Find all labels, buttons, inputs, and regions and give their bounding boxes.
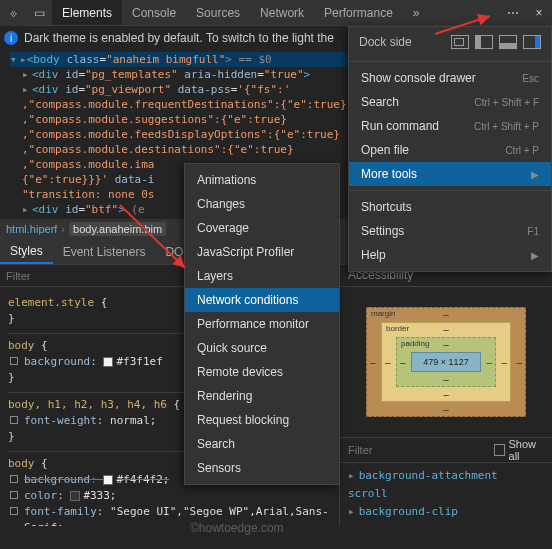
menu-item[interactable]: Shortcuts	[349, 195, 551, 219]
tab-elements[interactable]: Elements	[52, 0, 122, 25]
menu-item[interactable]: SettingsF1	[349, 219, 551, 243]
menu-item[interactable]: Open fileCtrl + P	[349, 138, 551, 162]
kebab-menu-button[interactable]: ⋯	[500, 0, 526, 26]
submenu-item[interactable]: Request blocking	[185, 408, 339, 432]
box-model: margin – – – – border – – – – padding –	[340, 287, 552, 437]
submenu-item[interactable]: Layers	[185, 264, 339, 288]
computed-property[interactable]: ▸background-attachment scroll	[348, 467, 544, 503]
submenu-item[interactable]: Coverage	[185, 216, 339, 240]
computed-properties[interactable]: ▸background-attachment scroll▸background…	[340, 463, 552, 525]
dock-side-row: Dock side	[349, 27, 551, 57]
tab-performance[interactable]: Performance	[314, 0, 403, 25]
submenu-item[interactable]: Performance monitor	[185, 312, 339, 336]
breadcrumb-item[interactable]: html.hiperf	[6, 223, 57, 235]
box-model-margin[interactable]: margin – – – – border – – – – padding –	[366, 307, 526, 417]
breadcrumb-item[interactable]: body.anaheim.bim	[69, 222, 166, 236]
inspect-icon[interactable]: ⟐	[0, 0, 26, 26]
computed-column: Accessibility margin – – – – border – – …	[340, 265, 552, 526]
computed-property[interactable]: ▸background-clip	[348, 503, 544, 521]
submenu-item[interactable]: Search	[185, 432, 339, 456]
box-model-padding[interactable]: padding – – – – 479 × 1127	[396, 337, 496, 387]
menu-item[interactable]: More tools▶	[349, 162, 551, 186]
tab-console[interactable]: Console	[122, 0, 186, 25]
menu-item[interactable]: SearchCtrl + Shift + F	[349, 90, 551, 114]
tab-network[interactable]: Network	[250, 0, 314, 25]
submenu-item[interactable]: Animations	[185, 168, 339, 192]
box-model-border[interactable]: border – – – – padding – – – – 479 × 112…	[381, 322, 511, 402]
submenu-item[interactable]: Remote devices	[185, 360, 339, 384]
dock-undock-icon[interactable]	[451, 35, 469, 49]
submenu-item[interactable]: Quick source	[185, 336, 339, 360]
main-menu: Dock side Show console drawerEscSearchCt…	[348, 26, 552, 272]
submenu-item[interactable]: Sensors	[185, 456, 339, 480]
dock-left-icon[interactable]	[475, 35, 493, 49]
devtools-topbar: ⟐ ▭ Elements Console Sources Network Per…	[0, 0, 552, 26]
device-toolbar-icon[interactable]: ▭	[26, 0, 52, 26]
main-tabs: Elements Console Sources Network Perform…	[52, 0, 430, 25]
info-icon: i	[4, 31, 18, 45]
more-tabs-button[interactable]: »	[403, 0, 430, 25]
computed-filter-input[interactable]	[348, 444, 486, 456]
show-all-checkbox[interactable]: Show all	[494, 438, 544, 462]
submenu-item[interactable]: Network conditions	[185, 288, 339, 312]
more-tools-submenu: AnimationsChangesCoverageJavaScript Prof…	[184, 163, 340, 485]
menu-item[interactable]: Show console drawerEsc	[349, 66, 551, 90]
info-message: Dark theme is enabled by default. To swi…	[24, 31, 334, 45]
tab-sources[interactable]: Sources	[186, 0, 250, 25]
panel-tab-styles[interactable]: Styles	[0, 239, 53, 264]
menu-item[interactable]: Help▶	[349, 243, 551, 267]
close-devtools-button[interactable]: ×	[526, 0, 552, 26]
submenu-item[interactable]: Rendering	[185, 384, 339, 408]
menu-item[interactable]: Run commandCtrl + Shift + P	[349, 114, 551, 138]
dock-right-icon[interactable]	[523, 35, 541, 49]
panel-tab-event-listeners[interactable]: Event Listeners	[53, 239, 156, 264]
dock-side-label: Dock side	[359, 35, 412, 49]
dock-bottom-icon[interactable]	[499, 35, 517, 49]
computed-filter-row: Show all	[340, 437, 552, 463]
submenu-item[interactable]: JavaScript Profiler	[185, 240, 339, 264]
submenu-item[interactable]: Changes	[185, 192, 339, 216]
box-model-content[interactable]: 479 × 1127	[411, 352, 481, 372]
